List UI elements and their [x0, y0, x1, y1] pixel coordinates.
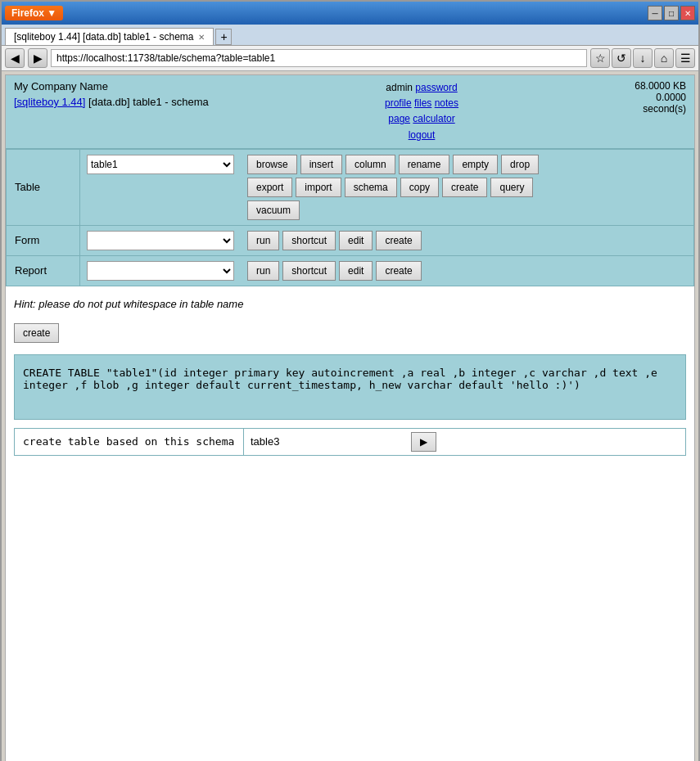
- schema-form: create table based on this schema ▶: [14, 428, 686, 456]
- buttons-block: browse insert column rename empty drop e…: [247, 155, 539, 220]
- file-size: 68.0000: [635, 80, 670, 92]
- import-button[interactable]: import: [296, 178, 341, 197]
- download-icon[interactable]: ↓: [633, 48, 653, 68]
- title-bar: Firefox ▼ ─ □ ✕: [2, 2, 698, 25]
- window-frame: Firefox ▼ ─ □ ✕ [sqliteboy 1.44] [data.d…: [0, 0, 700, 761]
- notes-link[interactable]: notes: [435, 97, 458, 109]
- table-buttons: browse insert column rename empty drop e…: [241, 150, 545, 225]
- form-row-area: Form run shortcut edit create: [7, 226, 693, 256]
- form-control: [80, 226, 241, 255]
- form-run-button[interactable]: run: [247, 231, 279, 250]
- address-bar-controls: ☆ ↺ ↓ ⌂ ☰: [590, 48, 695, 68]
- breadcrumb-rest: [data.db] table1 - schema: [88, 96, 209, 108]
- rename-button[interactable]: rename: [399, 155, 450, 174]
- export-button[interactable]: export: [247, 178, 292, 197]
- forward-button[interactable]: ▶: [28, 48, 47, 68]
- report-create-button[interactable]: create: [376, 261, 421, 281]
- home-icon[interactable]: ⌂: [654, 48, 674, 68]
- form-label: Form: [7, 226, 80, 255]
- page-link[interactable]: page: [388, 113, 410, 124]
- empty-button[interactable]: empty: [453, 155, 498, 174]
- main-table-area: Table table1 browse insert column rename…: [6, 149, 694, 286]
- report-edit-button[interactable]: edit: [339, 261, 373, 281]
- tab-label: [sqliteboy 1.44] [data.db] table1 - sche…: [14, 31, 193, 43]
- report-select[interactable]: [87, 261, 234, 281]
- tab-close-icon[interactable]: ✕: [198, 33, 205, 42]
- form-shortcut-button[interactable]: shortcut: [282, 231, 336, 250]
- admin-text: admin: [386, 82, 415, 93]
- company-name: My Company Name: [14, 80, 209, 92]
- create-button[interactable]: create: [14, 323, 59, 343]
- sql-text: CREATE TABLE "table1"(id integer primary…: [23, 367, 657, 391]
- back-button[interactable]: ◀: [5, 48, 25, 68]
- report-control: [80, 256, 241, 286]
- header-nav: admin password profile files notes page …: [385, 80, 458, 143]
- report-row-area: Report run shortcut edit create: [7, 256, 693, 286]
- btn-row-2: export import schema copy create query: [247, 178, 539, 197]
- url-field[interactable]: [51, 49, 587, 67]
- form-btn-row: run shortcut edit create: [247, 231, 422, 250]
- schema-submit-button[interactable]: ▶: [411, 432, 436, 452]
- file-size-unit-label: KB: [673, 80, 686, 92]
- page-content: My Company Name [sqliteboy 1.44] [data.d…: [5, 74, 695, 761]
- create-area: create: [6, 318, 694, 354]
- header-stats: 68.0000 KB 0.0000 second(s): [635, 80, 686, 115]
- profile-link[interactable]: profile: [385, 97, 412, 109]
- report-shortcut-button[interactable]: shortcut: [282, 261, 336, 281]
- schema-btn-area: ▶: [408, 429, 440, 455]
- title-bar-left: Firefox ▼: [5, 6, 63, 20]
- report-run-button[interactable]: run: [247, 261, 279, 281]
- table-row-area: Table table1 browse insert column rename…: [7, 150, 693, 226]
- schema-form-label: create table based on this schema: [15, 429, 244, 455]
- bookmark-icon[interactable]: ☆: [590, 48, 610, 68]
- tab-bar: [sqliteboy 1.44] [data.db] table1 - sche…: [2, 25, 698, 46]
- sqliteboy-link[interactable]: [sqliteboy 1.44]: [14, 96, 85, 108]
- time-unit: second(s): [643, 103, 686, 115]
- minimize-button[interactable]: ─: [648, 6, 662, 20]
- form-create-button[interactable]: create: [376, 231, 421, 250]
- vacuum-button[interactable]: vacuum: [247, 200, 300, 220]
- refresh-icon[interactable]: ↺: [612, 48, 631, 68]
- time-value: 0.0000: [656, 92, 686, 103]
- breadcrumb: [sqliteboy 1.44] [data.db] table1 - sche…: [14, 96, 209, 108]
- btn-row-1: browse insert column rename empty drop: [247, 155, 539, 174]
- insert-button[interactable]: insert: [300, 155, 342, 174]
- form-select[interactable]: [87, 231, 234, 250]
- site-header: My Company Name [sqliteboy 1.44] [data.d…: [6, 75, 694, 149]
- form-edit-button[interactable]: edit: [339, 231, 373, 250]
- report-label: Report: [7, 256, 80, 286]
- calculator-link[interactable]: calculator: [413, 113, 454, 124]
- form-buttons: run shortcut edit create: [241, 226, 428, 255]
- maximize-button[interactable]: □: [664, 6, 679, 20]
- close-button[interactable]: ✕: [680, 6, 695, 20]
- files-link[interactable]: files: [414, 97, 431, 109]
- title-bar-controls: ─ □ ✕: [648, 6, 695, 20]
- copy-button[interactable]: copy: [400, 178, 439, 197]
- table-create-button[interactable]: create: [442, 178, 487, 197]
- firefox-menu-button[interactable]: Firefox ▼: [5, 6, 63, 20]
- query-button[interactable]: query: [490, 178, 533, 197]
- sql-area: CREATE TABLE "table1"(id integer primary…: [14, 354, 686, 420]
- browse-button[interactable]: browse: [247, 155, 297, 174]
- logout-link[interactable]: logout: [409, 129, 436, 141]
- column-button[interactable]: column: [345, 155, 395, 174]
- password-link[interactable]: password: [415, 82, 457, 93]
- table-select[interactable]: table1: [87, 155, 234, 174]
- schema-table-name-input[interactable]: [244, 429, 408, 455]
- active-tab[interactable]: [sqliteboy 1.44] [data.db] table1 - sche…: [5, 28, 214, 45]
- schema-button[interactable]: schema: [345, 178, 397, 197]
- menu-icon[interactable]: ☰: [675, 48, 695, 68]
- table-label: Table: [7, 150, 80, 225]
- table-control: table1: [80, 150, 241, 179]
- hint-text: Hint: please do not put whitespace in ta…: [6, 286, 694, 318]
- btn-row-3: vacuum: [247, 200, 539, 220]
- address-bar: ◀ ▶ ☆ ↺ ↓ ⌂ ☰: [2, 46, 698, 71]
- report-buttons: run shortcut edit create: [241, 256, 428, 286]
- site-header-left: My Company Name [sqliteboy 1.44] [data.d…: [14, 80, 209, 108]
- report-btn-row: run shortcut edit create: [247, 261, 422, 281]
- drop-button[interactable]: drop: [501, 155, 539, 174]
- new-tab-button[interactable]: +: [215, 29, 232, 45]
